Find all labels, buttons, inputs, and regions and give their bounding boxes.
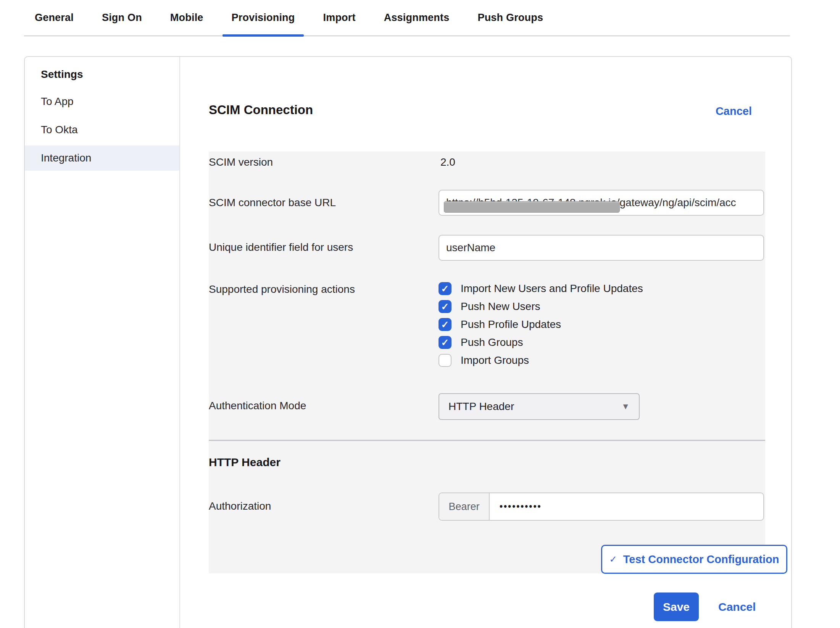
base-url-label: SCIM connector base URL (209, 197, 336, 209)
tab-general[interactable]: General (26, 0, 83, 36)
checkbox-import-new-users[interactable]: ✓ (439, 282, 451, 295)
settings-sidebar: Settings To App To Okta Integration (25, 57, 180, 628)
option-push-groups[interactable]: ✓ Push Groups (439, 336, 643, 349)
checkbox-push-new-users[interactable]: ✓ (439, 300, 451, 313)
auth-mode-select[interactable]: HTTP Header ▼ (439, 393, 640, 420)
sidebar-item-integration[interactable]: Integration (25, 145, 179, 171)
redaction-bar (444, 201, 620, 213)
option-push-new-users[interactable]: ✓ Push New Users (439, 300, 643, 313)
authorization-token-input[interactable]: •••••••••• (490, 493, 763, 520)
tab-push-groups[interactable]: Push Groups (468, 0, 552, 36)
cancel-link-top[interactable]: Cancel (716, 105, 752, 118)
checkbox-push-groups[interactable]: ✓ (439, 336, 451, 349)
chevron-down-icon: ▼ (621, 402, 630, 412)
test-connector-configuration-button[interactable]: ✓ Test Connector Configuration (601, 545, 787, 574)
provisioning-actions-label: Supported provisioning actions (209, 283, 355, 295)
base-url-input[interactable]: https://h5hd-135-19-67-148.ngrok.io /gat… (439, 190, 764, 216)
check-icon: ✓ (441, 284, 449, 294)
tab-import[interactable]: Import (314, 0, 364, 36)
scim-version-label: SCIM version (209, 156, 273, 168)
http-header-heading: HTTP Header (209, 456, 281, 469)
url-visible-suffix: /gateway/ng/api/scim/acc (617, 197, 736, 209)
authorization-label: Authorization (209, 500, 271, 512)
app-tab-bar: General Sign On Mobile Provisioning Impo… (24, 0, 790, 36)
section-divider (209, 440, 765, 441)
check-icon: ✓ (441, 302, 449, 312)
checkbox-import-groups[interactable]: ✓ (439, 354, 451, 367)
provisioning-panel: Settings To App To Okta Integration SCIM… (24, 56, 792, 628)
tab-sign-on[interactable]: Sign On (93, 0, 151, 36)
unique-identifier-input[interactable]: userName (439, 235, 764, 261)
check-icon: ✓ (441, 320, 449, 329)
bearer-prefix: Bearer (439, 493, 490, 520)
scim-version-value: 2.0 (440, 156, 455, 168)
sidebar-heading: Settings (25, 63, 179, 86)
option-push-profile-updates[interactable]: ✓ Push Profile Updates (439, 318, 643, 331)
auth-mode-label: Authentication Mode (209, 400, 306, 412)
option-import-new-users[interactable]: ✓ Import New Users and Profile Updates (439, 282, 643, 295)
redacted-url-segment: https://h5hd-135-19-67-148.ngrok.io (446, 197, 617, 209)
sidebar-item-to-app[interactable]: To App (25, 89, 179, 114)
tab-assignments[interactable]: Assignments (375, 0, 459, 36)
save-button[interactable]: Save (654, 592, 699, 621)
tab-provisioning[interactable]: Provisioning (222, 0, 304, 36)
unique-identifier-label: Unique identifier field for users (209, 241, 353, 253)
check-icon: ✓ (441, 338, 449, 347)
check-icon: ✓ (609, 554, 617, 565)
form-footer: Save Cancel (25, 592, 793, 623)
provisioning-actions-list: ✓ Import New Users and Profile Updates ✓… (439, 282, 643, 367)
cancel-link-bottom[interactable]: Cancel (718, 592, 756, 621)
scim-connection-form: SCIM version 2.0 SCIM connector base URL… (209, 152, 765, 573)
authorization-input-group: Bearer •••••••••• (439, 492, 764, 521)
page-title: SCIM Connection (209, 103, 313, 117)
option-import-groups[interactable]: ✓ Import Groups (439, 354, 643, 367)
sidebar-item-to-okta[interactable]: To Okta (25, 117, 179, 142)
checkbox-push-profile-updates[interactable]: ✓ (439, 318, 451, 331)
tab-mobile[interactable]: Mobile (161, 0, 213, 36)
